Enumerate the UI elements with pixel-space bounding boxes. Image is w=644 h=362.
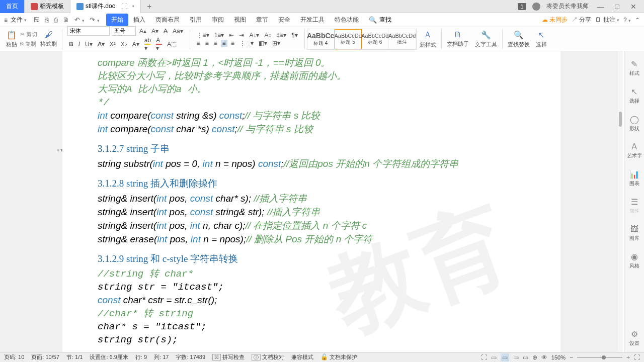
save-as-icon[interactable]: ⎘ bbox=[45, 16, 49, 24]
bullet-list-button[interactable]: ⋮≡▾ bbox=[195, 32, 211, 39]
scrollbar-thumb[interactable] bbox=[619, 112, 622, 127]
number-list-button[interactable]: 1≡▾ bbox=[213, 32, 226, 39]
minimize-icon[interactable]: — bbox=[595, 3, 607, 11]
sb-protect[interactable]: 🔓 文档未保护 bbox=[320, 353, 357, 361]
rp-select[interactable]: ↖选择 bbox=[629, 87, 639, 105]
sb-pagenum[interactable]: 页码: 10 bbox=[4, 353, 24, 361]
align-distribute-button[interactable]: ≡ bbox=[229, 40, 236, 47]
format-painter-button[interactable]: 🖌格式刷 bbox=[37, 29, 60, 49]
rp-styles[interactable]: ✎样式 bbox=[629, 59, 639, 77]
hamburger-icon[interactable]: ≡ bbox=[4, 17, 8, 24]
font-name-select[interactable]: 宋体 bbox=[67, 26, 110, 36]
view-read-icon[interactable]: ▭ bbox=[523, 354, 528, 361]
tab-start[interactable]: 开始 bbox=[106, 14, 128, 26]
maximize-icon[interactable]: □ bbox=[613, 3, 622, 11]
search-label[interactable]: 查找 bbox=[379, 16, 391, 24]
sb-proofread[interactable]: ⓘ 文档校对 bbox=[252, 353, 284, 361]
rp-wordart[interactable]: A艺术字 bbox=[627, 142, 642, 159]
save-icon[interactable]: 🖫 bbox=[33, 16, 40, 24]
strikethrough-button[interactable]: A̸▾ bbox=[96, 41, 106, 48]
view-outline-icon[interactable]: ▭ bbox=[501, 353, 509, 361]
font-shrink-icon[interactable]: A▾ bbox=[150, 28, 160, 35]
indent-button[interactable]: ⇥ bbox=[237, 32, 246, 39]
tab-insert[interactable]: 插入 bbox=[128, 14, 150, 26]
tab-home[interactable]: 首页 bbox=[0, 0, 25, 13]
style-comment[interactable]: AaBbCcDd批注 bbox=[389, 29, 416, 49]
clear-format-icon[interactable]: A̶ bbox=[162, 28, 169, 35]
avatar[interactable] bbox=[532, 3, 540, 11]
document-area[interactable]: ▫ ▾ 教育 compare 函数在>时返回 1，<时返回 -1，==时返回 0… bbox=[0, 51, 623, 352]
tab-daoke[interactable]: 稻壳模板 bbox=[25, 0, 70, 13]
collapse-ribbon-icon[interactable]: ⌃ bbox=[635, 17, 640, 24]
view-web-icon[interactable]: ▭ bbox=[513, 354, 519, 361]
file-menu[interactable]: 文件 ▾ bbox=[11, 16, 27, 24]
shading-button[interactable]: ◧▾ bbox=[257, 40, 269, 47]
notes-button[interactable]: 🗒 批注 ▾ bbox=[595, 16, 619, 24]
multilevel-list-button[interactable]: ⋮≣▾ bbox=[238, 40, 255, 47]
search-icon[interactable]: 🔍 bbox=[369, 16, 377, 24]
tab-chapter[interactable]: 章节 bbox=[251, 14, 273, 26]
sb-words[interactable]: 字数: 17489 bbox=[176, 353, 205, 361]
style-heading5[interactable]: AaBbCcDd标题 5 bbox=[335, 29, 362, 49]
close-icon[interactable]: ✕ bbox=[628, 3, 639, 11]
fullscreen-icon[interactable]: ⛶ bbox=[481, 354, 487, 361]
style-heading4[interactable]: AaBbCc标题 4 bbox=[307, 29, 335, 49]
zoom-out-icon[interactable]: − bbox=[570, 354, 573, 361]
print-preview-icon[interactable]: 🗎 bbox=[63, 16, 69, 24]
align-center-button[interactable]: ≡ bbox=[204, 40, 210, 47]
new-tab[interactable]: + bbox=[141, 0, 157, 13]
outdent-button[interactable]: ⇤ bbox=[227, 32, 235, 39]
doc-helper-button[interactable]: 🗎文档助手 bbox=[444, 29, 472, 49]
tab-special[interactable]: 特色功能 bbox=[330, 14, 364, 26]
view-print-icon[interactable]: ▭ bbox=[491, 354, 497, 361]
text-tools-button[interactable]: 🔧文字工具 bbox=[472, 29, 500, 49]
redo-icon[interactable]: ↷ ▾ bbox=[90, 16, 100, 24]
rp-chart[interactable]: 📊图表 bbox=[629, 169, 639, 187]
new-style-button[interactable]: Ａ新样式 bbox=[417, 29, 439, 50]
undo-icon[interactable]: ↶ ▾ bbox=[74, 16, 85, 24]
tab-view[interactable]: 视图 bbox=[229, 14, 251, 26]
close-tab-icon[interactable]: • bbox=[132, 3, 134, 10]
sync-status[interactable]: ☁ 未同步 bbox=[542, 16, 568, 24]
tab-reference[interactable]: 引用 bbox=[185, 14, 207, 26]
rp-props[interactable]: ☰属性 bbox=[629, 197, 639, 215]
text-direction-button[interactable]: A↓▾ bbox=[248, 32, 261, 39]
eye-protect-icon[interactable]: 👁 bbox=[541, 354, 547, 361]
tab-review[interactable]: 审阅 bbox=[207, 14, 229, 26]
font-size-select[interactable]: 五号 bbox=[112, 26, 136, 36]
zoom-level[interactable]: 150% bbox=[551, 354, 566, 360]
borders-button[interactable]: ⊞▾ bbox=[271, 40, 282, 47]
superscript-button[interactable]: X² bbox=[108, 41, 117, 48]
sb-page[interactable]: 页面: 10/57 bbox=[31, 353, 59, 361]
zoom-in-icon[interactable]: + bbox=[626, 354, 630, 361]
tab-devtools[interactable]: 开发工具 bbox=[295, 14, 330, 26]
bold-button[interactable]: B bbox=[67, 41, 75, 48]
highlight-button[interactable]: ab▾ bbox=[143, 37, 152, 52]
vertical-scrollbar[interactable] bbox=[618, 51, 623, 352]
restore-icon[interactable]: ⛶ bbox=[121, 3, 127, 10]
view-global-icon[interactable]: ⊕ bbox=[532, 354, 537, 361]
line-spacing-button[interactable]: ‡≡▾ bbox=[275, 32, 288, 39]
tab-layout[interactable]: 页面布局 bbox=[150, 14, 185, 26]
show-marks-button[interactable]: ¶▾ bbox=[290, 32, 299, 39]
tab-security[interactable]: 安全 bbox=[273, 14, 295, 26]
sb-spell[interactable]: ☒ 拼写检查 bbox=[212, 353, 245, 361]
rp-theme[interactable]: ◉风格 bbox=[629, 252, 639, 269]
notification-badge[interactable]: 1 bbox=[518, 3, 526, 10]
char-shading-button[interactable]: A⬚ bbox=[166, 41, 178, 48]
italic-button[interactable]: I bbox=[77, 41, 82, 48]
rp-settings[interactable]: ⚙设置 bbox=[629, 329, 639, 347]
align-right-button[interactable]: ≡ bbox=[212, 40, 219, 47]
underline-button[interactable]: U▾ bbox=[84, 41, 94, 48]
change-case-icon[interactable]: Aa▾ bbox=[171, 28, 185, 35]
paste-button[interactable]: 📋粘贴 bbox=[3, 29, 20, 49]
font-color-button[interactable]: A▾ bbox=[154, 37, 164, 52]
align-justify-button[interactable]: ≡ bbox=[221, 40, 227, 47]
subscript-button[interactable]: X₂ bbox=[119, 41, 129, 48]
rp-gallery[interactable]: 🖼图库 bbox=[629, 225, 639, 242]
zoom-slider[interactable] bbox=[577, 357, 622, 358]
find-replace-button[interactable]: 🔍查找替换 bbox=[505, 29, 533, 49]
style-heading6[interactable]: AaBbCcDd标题 6 bbox=[362, 29, 389, 49]
cut-button[interactable]: ✂ 剪切 bbox=[20, 31, 37, 38]
select-button[interactable]: ↖选择 bbox=[533, 29, 550, 49]
